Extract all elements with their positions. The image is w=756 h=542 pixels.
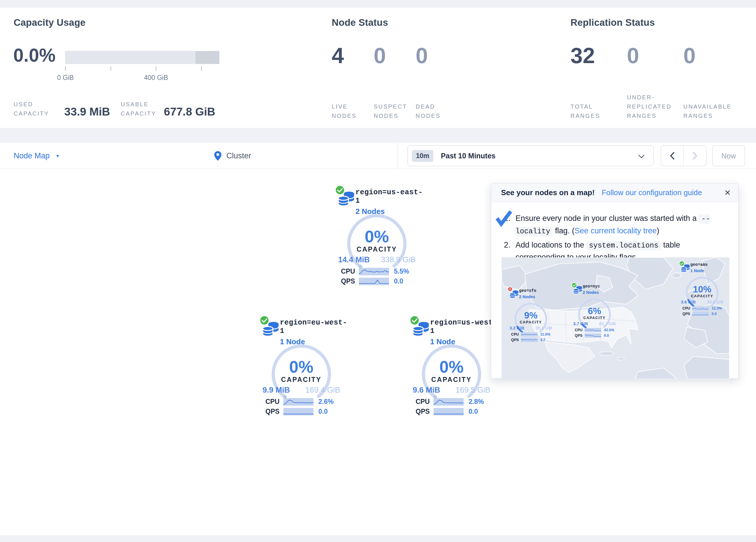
qps-sparkline [359, 278, 389, 285]
locality-label: region=us-east-1 [355, 188, 423, 205]
total-ranges-label: TOTAL RANGES [570, 85, 600, 120]
breadcrumb-label: Cluster [226, 151, 251, 160]
breadcrumb[interactable]: Cluster [214, 143, 251, 169]
nodes-count-link: 2 Nodes [519, 295, 536, 300]
cpu-label: CPU [511, 332, 521, 337]
close-icon[interactable]: ✕ [724, 188, 731, 197]
capacity-percent: 10% [677, 284, 728, 295]
capacity-label: CAPACITY [405, 376, 498, 384]
map-pin-icon [214, 151, 221, 161]
time-forward-button[interactable] [684, 146, 706, 166]
cpu-metric-row: CPU 12.3% [682, 306, 722, 311]
qps-sparkline [283, 408, 313, 416]
region-capacity-gauge: 1 geo=sfo 2 Nodes 9% CAPACITY 3.2 GiB35.… [505, 287, 556, 344]
capacity-percent: 6% [569, 306, 620, 316]
gauge-header: 1 geo=sfo 2 Nodes [505, 287, 556, 302]
capacity-usage-percent: 0.0% [13, 45, 56, 66]
cpu-value: 5.5% [394, 267, 409, 276]
cpu-label: CPU [682, 306, 692, 311]
qps-sparkline [521, 338, 537, 342]
cpu-sparkline [434, 398, 464, 406]
time-back-button[interactable] [661, 146, 684, 166]
region-capacity-gauge: geo=nyc 2 Nodes 6% CAPACITY 3.7 GiB65.7 … [569, 282, 620, 339]
capacity-percent: 0% [255, 357, 348, 376]
total-value: 169.5 GiB [456, 386, 490, 395]
cpu-label: CPU [416, 398, 434, 406]
capacity-percent: 0% [331, 227, 423, 246]
locality-label: region=us-west-1 [430, 319, 498, 335]
cpu-label: CPU [341, 267, 359, 276]
capacity-values: 9.9 MiB169.4 GiB [263, 386, 340, 395]
time-range-badge: 10m [412, 150, 433, 162]
view-selector-dropdown[interactable]: Node Map ▼ [14, 143, 60, 169]
capacity-values: 3.2 GiB35.1 GiB [509, 326, 552, 330]
total-value: 169.4 GiB [305, 386, 340, 395]
used-value: 3.2 GiB [509, 326, 524, 330]
total-value: 65.7 GiB [599, 321, 616, 326]
locality-label: geo=ams [690, 262, 708, 267]
locality-label: region=eu-west-1 [280, 319, 348, 335]
region-capacity-gauge: geo=ams 1 Node 10% CAPACITY 3.6 GiB34.4 … [677, 260, 728, 318]
node-status-title: Node Status [332, 17, 388, 28]
qps-value: 0.0 [318, 408, 328, 416]
capacity-bar-reserved-segment [195, 51, 219, 64]
used-capacity-value: 33.9 MiB [64, 105, 110, 118]
qps-metric-row: QPS 0.0 [341, 278, 403, 285]
cpu-metric-row: CPU 11.0% [511, 332, 551, 337]
qps-metric-row: QPS 0.0 [575, 333, 609, 338]
locality-tree-link[interactable]: See current locality tree [575, 226, 657, 235]
region-capacity-gauge[interactable]: region=eu-west-1 1 Node 0% CAPACITY 9.9 … [255, 315, 348, 419]
cpu-sparkline [521, 333, 537, 337]
cpu-sparkline [585, 328, 601, 332]
qps-metric-row: QPS 0.0 [682, 312, 717, 316]
total-value: 338.9 GiB [381, 255, 416, 264]
axis-tick-label: 0 GiB [57, 74, 74, 82]
database-nodes-icon [262, 322, 280, 339]
qps-metric-row: QPS 0.0 [265, 408, 328, 416]
database-nodes-icon [681, 264, 690, 274]
chevron-down-icon [638, 154, 645, 159]
qps-metric-row: QPS 0.0 [416, 408, 478, 416]
replication-status-title: Replication Status [570, 17, 655, 28]
popup-header: See your nodes on a map! Follow our conf… [491, 183, 738, 202]
configuration-guide-link[interactable]: Follow our configuration guide [602, 188, 702, 197]
gauge-header: geo=ams 1 Node [677, 260, 728, 276]
qps-label: QPS [265, 408, 283, 416]
cpu-label: CPU [265, 398, 283, 406]
cpu-value: 2.8% [469, 398, 484, 406]
example-node-map: 1 geo=sfo 2 Nodes 9% CAPACITY 3.2 GiB35.… [502, 257, 729, 379]
step-done-check-icon [495, 209, 513, 227]
database-nodes-icon [509, 290, 519, 300]
chevron-down-icon: ▼ [56, 153, 60, 158]
region-capacity-gauge[interactable]: region=us-east-1 2 Nodes 0% CAPACITY 14.… [331, 184, 423, 289]
map-node-gauges: 1 geo=sfo 2 Nodes 9% CAPACITY 3.2 GiB35.… [502, 257, 729, 379]
cpu-metric-row: CPU 5.5% [341, 267, 409, 276]
unavailable-ranges-label: UNAVAILABLE RANGES [683, 85, 732, 120]
live-nodes-label: LIVE NODES [332, 85, 357, 120]
capacity-percent: 9% [505, 310, 556, 321]
time-range-select[interactable]: 10m Past 10 Minutes [408, 145, 654, 166]
capacity-percent: 0% [405, 357, 498, 376]
used-value: 3.6 GiB [681, 300, 696, 304]
cpu-metric-row: CPU 42.5% [575, 328, 614, 332]
cpu-value: 11.0% [540, 332, 550, 337]
capacity-values: 3.7 GiB65.7 GiB [573, 321, 616, 326]
locality-label: geo=nyc [583, 284, 600, 289]
qps-value: 0.0 [711, 312, 717, 316]
cpu-value: 12.3% [711, 306, 722, 311]
region-capacity-gauge[interactable]: region=us-west-1 1 Node 0% CAPACITY 9.6 … [405, 315, 498, 419]
qps-label: QPS [575, 333, 585, 338]
time-range-value: Past 10 Minutes [441, 152, 496, 160]
capacity-usage-title: Capacity Usage [14, 17, 86, 28]
gauge-header: region=us-west-1 1 Node [405, 315, 498, 342]
capacity-label: CAPACITY [505, 320, 556, 325]
cpu-sparkline [692, 306, 709, 311]
qps-sparkline [434, 408, 464, 416]
used-value: 14.4 MiB [338, 255, 370, 264]
cpu-sparkline [283, 398, 313, 406]
qps-label: QPS [341, 278, 359, 285]
qps-label: QPS [682, 312, 692, 316]
now-button[interactable]: Now [712, 145, 745, 166]
qps-value: 0.0 [394, 278, 403, 285]
locality-config-popup: See your nodes on a map! Follow our conf… [491, 183, 739, 379]
